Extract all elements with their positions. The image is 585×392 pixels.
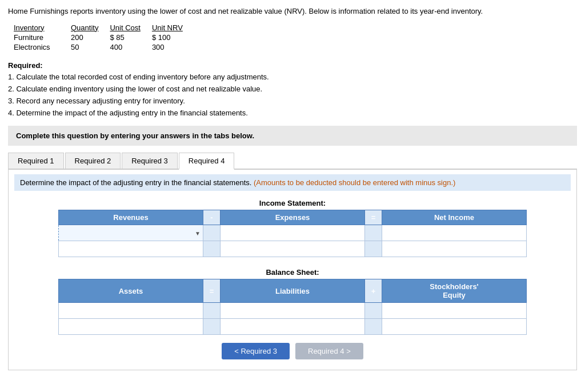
bs-liabilities-cell-2[interactable] xyxy=(221,319,365,335)
bs-header-row: Assets = Liabilities + Stockholders'Equi… xyxy=(59,279,527,303)
inc-row2-minus xyxy=(203,241,221,257)
bs-col-liabilities: Liabilities xyxy=(221,279,365,303)
income-statement-header: Income Statement: xyxy=(58,197,527,210)
bs-assets-cell[interactable] xyxy=(59,303,203,319)
tab-content: Determine the impact of the adjusting en… xyxy=(8,170,577,370)
income-data-row-1: ▼ xyxy=(59,225,527,241)
inventory-table: Inventory Quantity Unit Cost Unit NRV Fu… xyxy=(14,23,194,52)
inv-row2-cost: 400 xyxy=(110,42,151,52)
tab-desc-note: (Amounts to be deducted should be entere… xyxy=(254,178,455,187)
income-header-row: Revenues - Expenses = Net Income xyxy=(59,210,527,225)
bs-assets-input-2[interactable] xyxy=(62,322,199,331)
col-header-quantity: Quantity xyxy=(71,23,110,33)
inv-row2-qty: 50 xyxy=(71,42,110,52)
bs-row2-plus xyxy=(365,319,382,335)
inc-netincome-input-2[interactable] xyxy=(386,245,523,253)
col-header-unitcost: Unit Cost xyxy=(110,23,151,33)
required-item-1: 1. Calculate the total recorded cost of … xyxy=(8,71,577,83)
inc-revenues-cell-2[interactable] xyxy=(59,241,203,257)
balance-sheet-header: Balance Sheet: xyxy=(58,266,527,279)
inc-netincome-cell[interactable] xyxy=(382,225,527,241)
inv-row2-name: Electronics xyxy=(14,42,71,52)
income-data-row-2 xyxy=(59,241,527,257)
inc-revenues-input[interactable] xyxy=(62,229,199,237)
tab-required3[interactable]: Required 3 xyxy=(122,153,178,169)
tab-required4[interactable]: Required 4 xyxy=(179,153,235,170)
prev-button[interactable]: < Required 3 xyxy=(222,343,290,359)
bs-data-row-1 xyxy=(59,303,527,319)
bs-equity-input-2[interactable] xyxy=(386,322,523,331)
inc-expenses-cell[interactable] xyxy=(221,225,365,241)
bs-col-assets: Assets xyxy=(59,279,203,303)
inv-row1-nrv: $ 100 xyxy=(152,33,194,42)
inc-operator-minus: - xyxy=(203,210,221,225)
inc-expenses-input[interactable] xyxy=(224,229,361,237)
inc-row2-equals xyxy=(365,241,382,257)
bs-row1-equals xyxy=(203,303,221,319)
inv-row1-qty: 200 xyxy=(71,33,110,42)
required-section: Required: 1. Calculate the total recorde… xyxy=(8,60,577,119)
next-button[interactable]: Required 4 > xyxy=(295,343,363,359)
bs-equity-cell[interactable] xyxy=(382,303,527,319)
required-label: Required: xyxy=(8,61,43,70)
inv-row1-cost: $ 85 xyxy=(110,33,151,42)
inc-expenses-input-2[interactable] xyxy=(224,245,361,253)
inv-row1-name: Furniture xyxy=(14,33,71,42)
inc-col-expenses: Expenses xyxy=(221,210,365,225)
intro-text: Home Furnishings reports inventory using… xyxy=(8,6,577,17)
bs-assets-input[interactable] xyxy=(62,306,199,315)
fin-statement-container: Income Statement: Revenues - Expenses = … xyxy=(58,197,527,335)
chevron-down-icon: ▼ xyxy=(195,230,201,236)
inv-row2-nrv: 300 xyxy=(152,42,194,52)
inc-revenues-input-2[interactable] xyxy=(62,245,199,253)
tab-required1[interactable]: Required 1 xyxy=(8,153,64,169)
bs-operator-equals: = xyxy=(203,279,221,303)
instruction-box: Complete this question by entering your … xyxy=(8,126,577,146)
tab-desc-text: Determine the impact of the adjusting en… xyxy=(20,178,254,187)
inc-col-revenues: Revenues xyxy=(59,210,203,225)
bs-liabilities-cell[interactable] xyxy=(221,303,365,319)
required-item-4: 4. Determine the impact of the adjusting… xyxy=(8,107,577,119)
col-header-unitnrv: Unit NRV xyxy=(152,23,194,33)
bs-data-row-2 xyxy=(59,319,527,335)
balance-sheet-table: Assets = Liabilities + Stockholders'Equi… xyxy=(58,279,527,335)
tab-required2[interactable]: Required 2 xyxy=(65,153,121,169)
bs-row1-plus xyxy=(365,303,382,319)
bs-row2-equals xyxy=(203,319,221,335)
inc-operator-equals: = xyxy=(365,210,382,225)
tab-description: Determine the impact of the adjusting en… xyxy=(14,174,571,191)
required-item-2: 2. Calculate ending inventory using the … xyxy=(8,83,577,95)
bs-equity-input[interactable] xyxy=(386,306,523,315)
bs-equity-cell-2[interactable] xyxy=(382,319,527,335)
inc-revenues-dropdown[interactable]: ▼ xyxy=(59,225,203,241)
bs-liabilities-input-2[interactable] xyxy=(224,322,361,331)
page-container: Home Furnishings reports inventory using… xyxy=(0,0,585,376)
tabs-row: Required 1 Required 2 Required 3 Require… xyxy=(8,153,577,170)
inc-row1-equals xyxy=(365,225,382,241)
required-item-3: 3. Record any necessary adjusting entry … xyxy=(8,95,577,107)
inc-expenses-cell-2[interactable] xyxy=(221,241,365,257)
income-statement-table: Revenues - Expenses = Net Income ▼ xyxy=(58,210,527,257)
inc-col-netincome: Net Income xyxy=(382,210,527,225)
bs-operator-plus: + xyxy=(365,279,382,303)
inc-netincome-cell-2[interactable] xyxy=(382,241,527,257)
inc-netincome-input[interactable] xyxy=(386,229,523,237)
bs-assets-cell-2[interactable] xyxy=(59,319,203,335)
inc-row1-minus xyxy=(203,225,221,241)
instruction-text: Complete this question by entering your … xyxy=(16,131,254,140)
bs-liabilities-input[interactable] xyxy=(224,306,361,315)
col-header-inventory: Inventory xyxy=(14,23,71,33)
bottom-nav: < Required 3 Required 4 > xyxy=(14,343,571,365)
bs-col-equity: Stockholders'Equity xyxy=(382,279,527,303)
